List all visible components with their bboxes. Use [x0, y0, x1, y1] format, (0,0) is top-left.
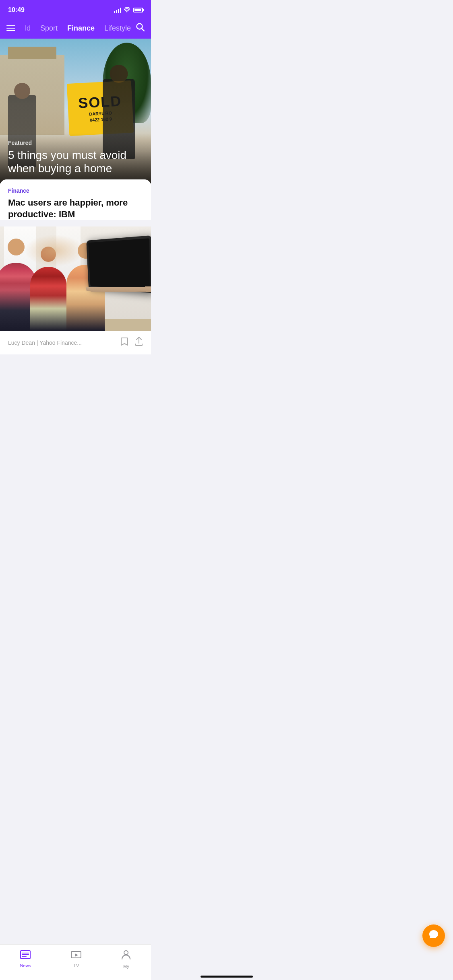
- nav-tabs: ld Sport Finance Lifestyle: [20, 24, 134, 33]
- share-button[interactable]: [135, 337, 143, 349]
- article-category: Finance: [8, 187, 143, 194]
- nav-tab-lifestyle[interactable]: Lifestyle: [99, 24, 134, 33]
- article-meta: Lucy Dean | Yahoo Finance...: [0, 331, 151, 354]
- article-source: Lucy Dean | Yahoo Finance...: [8, 340, 82, 346]
- bookmark-button[interactable]: [120, 337, 128, 349]
- nav-tab-sport[interactable]: Sport: [35, 24, 62, 33]
- battery-icon: [133, 8, 143, 12]
- scroll-content: SOLD DARYL RO 0422 162 9 Featured 5 thin…: [0, 39, 151, 395]
- featured-label: Featured: [8, 140, 143, 146]
- hero-section[interactable]: SOLD DARYL RO 0422 162 9 Featured 5 thin…: [0, 39, 151, 183]
- article-title: Mac users are happier, more productive: …: [8, 197, 143, 220]
- status-icons: [114, 7, 143, 14]
- menu-button[interactable]: [6, 25, 15, 31]
- article-actions: [120, 337, 143, 349]
- nav-tab-world[interactable]: ld: [20, 24, 35, 33]
- article-card[interactable]: Finance Mac users are happier, more prod…: [0, 179, 151, 220]
- header-nav: ld Sport Finance Lifestyle: [0, 18, 151, 39]
- status-time: 10:49: [8, 6, 25, 14]
- search-button[interactable]: [136, 23, 145, 34]
- signal-icon: [114, 7, 121, 13]
- hero-caption: Featured 5 things you must avoid when bu…: [0, 133, 151, 183]
- nav-tab-finance[interactable]: Finance: [62, 24, 99, 33]
- svg-line-1: [142, 29, 144, 31]
- article-image[interactable]: [0, 226, 151, 331]
- wifi-icon: [124, 7, 130, 14]
- hero-title: 5 things you must avoid when buying a ho…: [8, 148, 143, 175]
- status-bar: 10:49: [0, 0, 151, 18]
